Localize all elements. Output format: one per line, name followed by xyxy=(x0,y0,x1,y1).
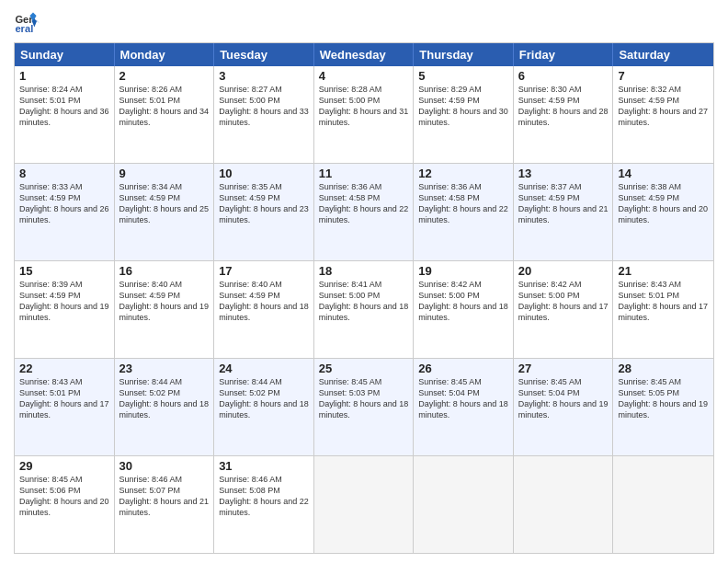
day-number: 5 xyxy=(418,69,508,83)
day-info: Sunrise: 8:40 AMSunset: 4:59 PMDaylight:… xyxy=(219,279,309,324)
day-cell-18: 18 Sunrise: 8:41 AMSunset: 5:00 PMDaylig… xyxy=(314,261,415,358)
day-info: Sunrise: 8:27 AMSunset: 5:00 PMDaylight:… xyxy=(219,84,309,129)
day-info: Sunrise: 8:45 AMSunset: 5:06 PMDaylight:… xyxy=(19,474,109,519)
day-number: 22 xyxy=(19,362,109,375)
day-cell-25: 25 Sunrise: 8:45 AMSunset: 5:03 PMDaylig… xyxy=(314,359,415,455)
day-number: 18 xyxy=(319,264,409,278)
day-info: Sunrise: 8:45 AMSunset: 5:05 PMDaylight:… xyxy=(618,376,709,421)
day-number: 1 xyxy=(19,69,109,83)
header-day-sunday: Sunday xyxy=(15,43,115,66)
day-cell-11: 11 Sunrise: 8:36 AMSunset: 4:58 PMDaylig… xyxy=(314,164,415,260)
day-number: 6 xyxy=(518,69,609,83)
header-day-monday: Monday xyxy=(115,43,215,66)
day-cell-14: 14 Sunrise: 8:38 AMSunset: 4:59 PMDaylig… xyxy=(613,164,713,260)
day-number: 9 xyxy=(119,167,210,180)
day-number: 19 xyxy=(418,264,508,278)
empty-cell xyxy=(613,456,713,553)
empty-cell xyxy=(514,456,614,553)
day-number: 11 xyxy=(319,167,409,180)
day-cell-22: 22 Sunrise: 8:43 AMSunset: 5:01 PMDaylig… xyxy=(15,359,115,455)
day-cell-27: 27 Sunrise: 8:45 AMSunset: 5:04 PMDaylig… xyxy=(514,359,614,455)
day-info: Sunrise: 8:45 AMSunset: 5:04 PMDaylight:… xyxy=(418,376,508,421)
calendar-week-1: 1 Sunrise: 8:24 AMSunset: 5:01 PMDayligh… xyxy=(15,66,713,163)
day-info: Sunrise: 8:44 AMSunset: 5:02 PMDaylight:… xyxy=(219,376,309,421)
day-info: Sunrise: 8:38 AMSunset: 4:59 PMDaylight:… xyxy=(618,181,709,226)
day-info: Sunrise: 8:29 AMSunset: 4:59 PMDaylight:… xyxy=(418,84,508,129)
logo: Gen eral xyxy=(14,9,43,35)
day-info: Sunrise: 8:37 AMSunset: 4:59 PMDaylight:… xyxy=(518,181,609,226)
day-info: Sunrise: 8:33 AMSunset: 4:59 PMDaylight:… xyxy=(19,181,109,226)
day-cell-26: 26 Sunrise: 8:45 AMSunset: 5:04 PMDaylig… xyxy=(414,359,514,455)
header: Gen eral xyxy=(14,9,714,35)
day-info: Sunrise: 8:42 AMSunset: 5:00 PMDaylight:… xyxy=(418,279,508,324)
day-cell-28: 28 Sunrise: 8:45 AMSunset: 5:05 PMDaylig… xyxy=(613,359,713,455)
empty-cell xyxy=(314,456,415,553)
logo-icon: Gen eral xyxy=(14,9,40,35)
day-number: 21 xyxy=(618,264,709,278)
day-cell-17: 17 Sunrise: 8:40 AMSunset: 4:59 PMDaylig… xyxy=(214,261,314,358)
day-info: Sunrise: 8:41 AMSunset: 5:00 PMDaylight:… xyxy=(319,279,409,324)
day-info: Sunrise: 8:44 AMSunset: 5:02 PMDaylight:… xyxy=(119,376,210,421)
day-cell-29: 29 Sunrise: 8:45 AMSunset: 5:06 PMDaylig… xyxy=(15,456,115,553)
day-cell-19: 19 Sunrise: 8:42 AMSunset: 5:00 PMDaylig… xyxy=(414,261,514,358)
day-number: 12 xyxy=(418,167,508,180)
day-cell-13: 13 Sunrise: 8:37 AMSunset: 4:59 PMDaylig… xyxy=(514,164,614,260)
day-cell-20: 20 Sunrise: 8:42 AMSunset: 5:00 PMDaylig… xyxy=(514,261,614,358)
day-cell-9: 9 Sunrise: 8:34 AMSunset: 4:59 PMDayligh… xyxy=(115,164,215,260)
day-info: Sunrise: 8:36 AMSunset: 4:58 PMDaylight:… xyxy=(319,181,409,226)
day-number: 10 xyxy=(219,167,309,180)
page: Gen eral SundayMondayTuesdayWednesdayThu… xyxy=(0,0,728,563)
day-info: Sunrise: 8:24 AMSunset: 5:01 PMDaylight:… xyxy=(19,84,109,129)
day-info: Sunrise: 8:35 AMSunset: 4:59 PMDaylight:… xyxy=(219,181,309,226)
day-cell-21: 21 Sunrise: 8:43 AMSunset: 5:01 PMDaylig… xyxy=(613,261,713,358)
calendar-body: 1 Sunrise: 8:24 AMSunset: 5:01 PMDayligh… xyxy=(15,66,713,553)
day-number: 31 xyxy=(219,459,309,473)
day-number: 14 xyxy=(618,167,709,180)
day-info: Sunrise: 8:30 AMSunset: 4:59 PMDaylight:… xyxy=(518,84,609,129)
empty-cell xyxy=(414,456,514,553)
calendar-week-5: 29 Sunrise: 8:45 AMSunset: 5:06 PMDaylig… xyxy=(15,455,713,553)
day-number: 26 xyxy=(418,362,508,375)
day-info: Sunrise: 8:46 AMSunset: 5:08 PMDaylight:… xyxy=(219,474,309,519)
day-number: 30 xyxy=(119,459,210,473)
day-number: 2 xyxy=(119,69,210,83)
day-number: 3 xyxy=(219,69,309,83)
day-number: 23 xyxy=(119,362,210,375)
day-number: 13 xyxy=(518,167,609,180)
day-info: Sunrise: 8:26 AMSunset: 5:01 PMDaylight:… xyxy=(119,84,210,129)
day-info: Sunrise: 8:42 AMSunset: 5:00 PMDaylight:… xyxy=(518,279,609,324)
day-cell-16: 16 Sunrise: 8:40 AMSunset: 4:59 PMDaylig… xyxy=(115,261,215,358)
day-number: 20 xyxy=(518,264,609,278)
svg-text:eral: eral xyxy=(15,23,33,34)
day-cell-4: 4 Sunrise: 8:28 AMSunset: 5:00 PMDayligh… xyxy=(314,66,415,163)
day-cell-24: 24 Sunrise: 8:44 AMSunset: 5:02 PMDaylig… xyxy=(214,359,314,455)
day-cell-23: 23 Sunrise: 8:44 AMSunset: 5:02 PMDaylig… xyxy=(115,359,215,455)
day-info: Sunrise: 8:46 AMSunset: 5:07 PMDaylight:… xyxy=(119,474,210,519)
day-cell-30: 30 Sunrise: 8:46 AMSunset: 5:07 PMDaylig… xyxy=(115,456,215,553)
day-number: 15 xyxy=(19,264,109,278)
day-cell-7: 7 Sunrise: 8:32 AMSunset: 4:59 PMDayligh… xyxy=(613,66,713,163)
day-info: Sunrise: 8:36 AMSunset: 4:58 PMDaylight:… xyxy=(418,181,508,226)
day-info: Sunrise: 8:28 AMSunset: 5:00 PMDaylight:… xyxy=(319,84,409,129)
day-info: Sunrise: 8:45 AMSunset: 5:03 PMDaylight:… xyxy=(319,376,409,421)
day-cell-6: 6 Sunrise: 8:30 AMSunset: 4:59 PMDayligh… xyxy=(514,66,614,163)
day-cell-12: 12 Sunrise: 8:36 AMSunset: 4:58 PMDaylig… xyxy=(414,164,514,260)
day-cell-3: 3 Sunrise: 8:27 AMSunset: 5:00 PMDayligh… xyxy=(214,66,314,163)
header-day-friday: Friday xyxy=(514,43,614,66)
day-info: Sunrise: 8:43 AMSunset: 5:01 PMDaylight:… xyxy=(618,279,709,324)
day-cell-15: 15 Sunrise: 8:39 AMSunset: 4:59 PMDaylig… xyxy=(15,261,115,358)
day-info: Sunrise: 8:43 AMSunset: 5:01 PMDaylight:… xyxy=(19,376,109,421)
day-info: Sunrise: 8:34 AMSunset: 4:59 PMDaylight:… xyxy=(119,181,210,226)
day-number: 8 xyxy=(19,167,109,180)
day-cell-10: 10 Sunrise: 8:35 AMSunset: 4:59 PMDaylig… xyxy=(214,164,314,260)
day-number: 27 xyxy=(518,362,609,375)
calendar: SundayMondayTuesdayWednesdayThursdayFrid… xyxy=(14,42,714,554)
header-day-saturday: Saturday xyxy=(613,43,713,66)
day-number: 29 xyxy=(19,459,109,473)
day-number: 28 xyxy=(618,362,709,375)
day-cell-8: 8 Sunrise: 8:33 AMSunset: 4:59 PMDayligh… xyxy=(15,164,115,260)
header-day-tuesday: Tuesday xyxy=(214,43,314,66)
calendar-week-3: 15 Sunrise: 8:39 AMSunset: 4:59 PMDaylig… xyxy=(15,260,713,358)
calendar-week-2: 8 Sunrise: 8:33 AMSunset: 4:59 PMDayligh… xyxy=(15,163,713,260)
day-cell-2: 2 Sunrise: 8:26 AMSunset: 5:01 PMDayligh… xyxy=(115,66,215,163)
